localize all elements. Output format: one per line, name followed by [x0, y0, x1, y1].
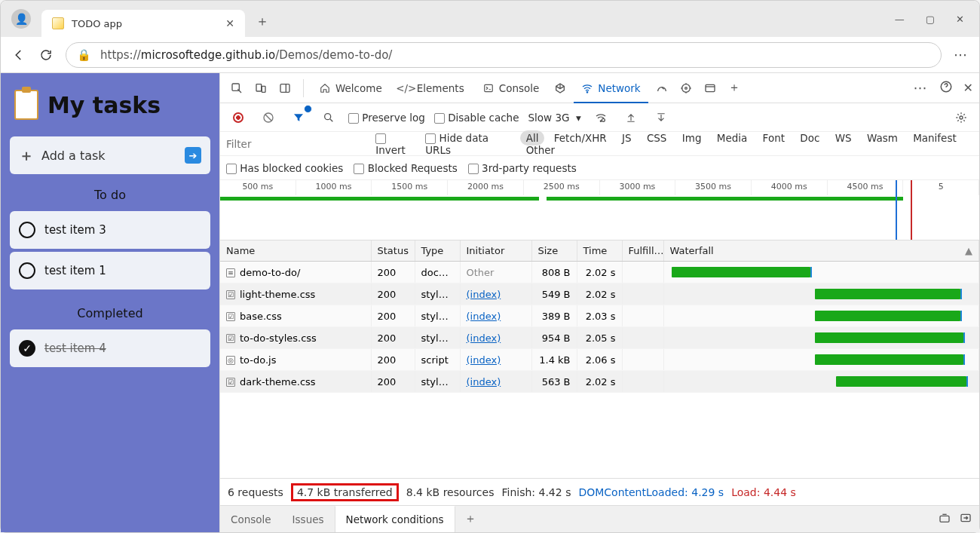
window-minimize-icon[interactable]: —	[895, 14, 905, 25]
invert-checkbox[interactable]: Invert	[375, 132, 416, 156]
performance-icon[interactable]	[651, 78, 672, 99]
request-row[interactable]: ◎to-do.js 200 script (index) 1.4 kB 2.06…	[220, 349, 979, 371]
task-title: test item 3	[44, 223, 106, 237]
tab-title: TODO app	[72, 18, 218, 29]
back-button[interactable]	[11, 47, 26, 63]
cell-type: script	[415, 349, 460, 371]
drawer-tab-network-conditions[interactable]: Network conditions	[335, 506, 455, 532]
col-size[interactable]: Size	[531, 240, 577, 262]
task-item-completed[interactable]: test item 4	[10, 329, 210, 367]
address-bar[interactable]: 🔒 https://microsoftedge.github.io/Demos/…	[66, 42, 942, 68]
close-tab-icon[interactable]: ✕	[225, 17, 234, 29]
initiator-link[interactable]: (index)	[467, 311, 501, 322]
task-checkbox-icon[interactable]	[19, 222, 35, 238]
col-name[interactable]: Name	[220, 240, 371, 262]
col-status[interactable]: Status	[371, 240, 415, 262]
timeline-overview[interactable]: 500 ms1000 ms1500 ms2000 ms2500 ms3000 m…	[220, 180, 979, 240]
filter-pill-css[interactable]: CSS	[641, 130, 673, 146]
more-panels-icon[interactable]	[700, 78, 721, 99]
filter-pill-img[interactable]: Img	[676, 130, 708, 146]
col-initiator[interactable]: Initiator	[460, 240, 531, 262]
filter-pill-doc[interactable]: Doc	[794, 130, 825, 146]
submit-icon[interactable]: ➔	[185, 147, 201, 164]
task-item[interactable]: test item 1	[10, 252, 210, 289]
svg-rect-15	[940, 516, 949, 522]
clear-button[interactable]	[258, 107, 279, 128]
tab-console[interactable]: Console	[475, 73, 547, 103]
request-row[interactable]: ☑base.css 200 styles… (index) 389 B 2.03…	[220, 305, 979, 327]
search-button[interactable]	[318, 107, 339, 128]
tab-network[interactable]: Network	[574, 73, 648, 103]
browser-tab[interactable]: TODO app ✕	[41, 10, 245, 37]
drawer-close-icon[interactable]	[960, 512, 972, 526]
filter-input[interactable]	[226, 138, 366, 150]
preserve-log-checkbox[interactable]: Preserve log	[348, 112, 425, 124]
task-item[interactable]: test item 3	[10, 211, 210, 249]
filter-checks: Has blocked cookies Blocked Requests 3rd…	[220, 156, 979, 180]
disable-cache-checkbox[interactable]: Disable cache	[434, 112, 519, 124]
initiator-link[interactable]: (index)	[467, 289, 501, 300]
cell-time: 2.02 s	[577, 283, 622, 305]
application-icon[interactable]	[675, 78, 697, 99]
request-row[interactable]: ☑dark-theme.css 200 styles… (index) 563 …	[220, 371, 979, 393]
network-settings-icon[interactable]	[951, 107, 972, 128]
request-row[interactable]: ☑light-theme.css 200 styles… (index) 549…	[220, 283, 979, 305]
request-row[interactable]: ≡demo-to-do/ 200 docu… Other 808 B 2.02 …	[220, 262, 979, 283]
col-time[interactable]: Time	[577, 240, 622, 262]
col-type[interactable]: Type	[415, 240, 460, 262]
filter-pill-font[interactable]: Font	[757, 130, 791, 146]
request-row[interactable]: ☑to-do-styles.css 200 styles… (index) 95…	[220, 327, 979, 349]
filter-toggle-icon[interactable]	[288, 107, 309, 128]
devtools-close-icon[interactable]: ✕	[963, 81, 973, 95]
devtools-menu-icon[interactable]: ⋯	[914, 80, 929, 96]
filter-pill-js[interactable]: JS	[616, 130, 638, 146]
cell-size: 808 B	[531, 262, 577, 283]
throttling-select[interactable]: Slow 3G ▾	[528, 112, 580, 124]
task-checkbox-icon[interactable]	[19, 262, 35, 279]
filter-pill-other[interactable]: Other	[520, 142, 561, 158]
col-waterfall[interactable]: Waterfall ▲	[663, 240, 979, 262]
blocked-cookies-checkbox[interactable]: Has blocked cookies	[226, 162, 343, 174]
network-conditions-icon[interactable]	[590, 107, 611, 128]
help-icon[interactable]	[939, 80, 953, 96]
initiator-link[interactable]: (index)	[467, 354, 501, 366]
task-checkbox-checked-icon[interactable]	[19, 340, 35, 357]
dock-side-icon[interactable]	[274, 78, 296, 99]
profile-avatar[interactable]: 👤	[11, 9, 31, 29]
hide-data-urls-checkbox[interactable]: Hide data URLs	[425, 132, 511, 156]
drawer-tab-console[interactable]: Console	[220, 506, 282, 532]
timeline-tick: 4000 ms	[752, 180, 828, 195]
tab-elements[interactable]: </>Elements	[393, 73, 472, 103]
filter-pill-wasm[interactable]: Wasm	[861, 130, 904, 146]
window-maximize-icon[interactable]: ▢	[926, 14, 935, 25]
window-close-icon[interactable]: ✕	[956, 14, 964, 25]
import-har-icon[interactable]	[620, 107, 642, 128]
refresh-button[interactable]	[38, 47, 54, 63]
cell-waterfall	[663, 371, 979, 393]
sources-icon[interactable]	[550, 78, 571, 99]
tab-welcome[interactable]: Welcome	[311, 73, 390, 103]
timeline-tick: 2500 ms	[524, 180, 600, 195]
drawer-expand-icon[interactable]	[939, 512, 951, 526]
new-tab-button[interactable]: ＋	[256, 12, 269, 30]
export-har-icon[interactable]	[651, 107, 672, 128]
browser-menu-button[interactable]: ⋯	[954, 47, 969, 63]
svg-point-12	[600, 121, 601, 121]
blocked-requests-checkbox[interactable]: Blocked Requests	[354, 162, 457, 174]
requests-table[interactable]: Name Status Type Initiator Size Time Ful…	[220, 240, 979, 478]
filter-pill-ws[interactable]: WS	[829, 130, 858, 146]
drawer-tab-issues[interactable]: Issues	[282, 506, 335, 532]
col-fulfilled[interactable]: Fulfill…	[622, 240, 663, 262]
inspect-element-icon[interactable]	[226, 78, 247, 99]
device-emulation-icon[interactable]	[250, 78, 271, 99]
initiator-link[interactable]: (index)	[467, 376, 501, 387]
drawer-add-tab-icon[interactable]: ＋	[455, 511, 485, 527]
add-task-button[interactable]: ＋ Add a task ➔	[10, 136, 210, 174]
filter-pill-manifest[interactable]: Manifest	[907, 130, 963, 146]
third-party-checkbox[interactable]: 3rd-party requests	[468, 162, 577, 174]
initiator-link[interactable]: (index)	[467, 332, 501, 344]
filter-pill-media[interactable]: Media	[711, 130, 754, 146]
add-tab-icon[interactable]: ＋	[724, 78, 745, 99]
record-button[interactable]	[228, 107, 249, 128]
summary-load: Load: 4.44 s	[731, 486, 796, 498]
